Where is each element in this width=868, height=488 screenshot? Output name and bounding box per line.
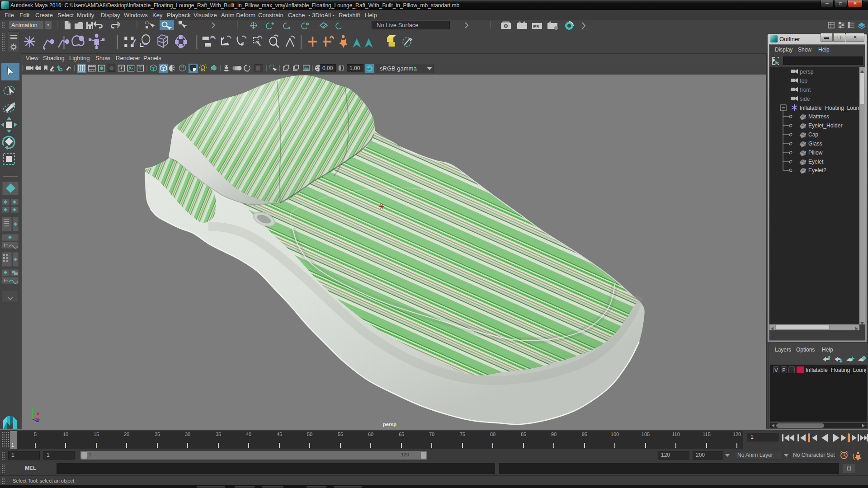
svg-text:ON: ON: [367, 67, 371, 70]
svg-text:T: T: [139, 66, 142, 71]
svg-text:IPR: IPR: [533, 24, 539, 28]
